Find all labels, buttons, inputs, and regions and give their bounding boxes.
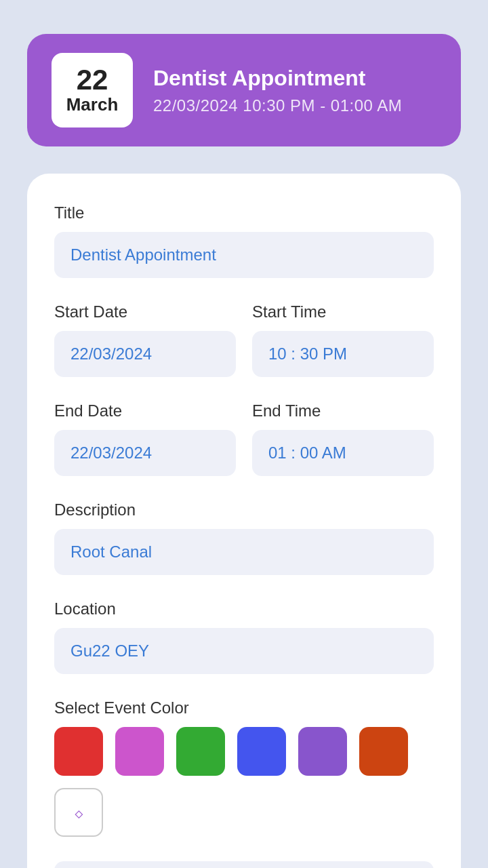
end-time-label: End Time: [252, 401, 434, 420]
date-box: 22 March: [52, 53, 133, 127]
color-swatch-green[interactable]: [176, 727, 225, 776]
start-time-label: Start Time: [252, 302, 434, 321]
end-time-input[interactable]: [252, 430, 434, 476]
header-card: 22 March Dentist Appointment 22/03/2024 …: [27, 34, 461, 146]
location-group: Location: [54, 599, 434, 674]
color-group: Select Event Color ⬦: [54, 698, 434, 837]
header-time: 22/03/2024 10:30 PM - 01:00 AM: [153, 96, 402, 115]
color-label: Select Event Color: [54, 698, 434, 717]
end-row: End Date End Time: [54, 401, 434, 476]
end-time-group: End Time: [252, 401, 434, 476]
location-input[interactable]: [54, 628, 434, 674]
color-swatch-orange-dark[interactable]: [359, 727, 408, 776]
start-time-group: Start Time: [252, 302, 434, 377]
end-date-group: End Date: [54, 401, 236, 476]
start-row: Start Date Start Time: [54, 302, 434, 377]
date-day: 22: [77, 66, 108, 94]
header-info: Dentist Appointment 22/03/2024 10:30 PM …: [153, 66, 402, 115]
start-date-label: Start Date: [54, 302, 236, 321]
color-swatch-blue[interactable]: [237, 727, 286, 776]
date-month: March: [66, 94, 119, 115]
alarm-row: Alarm Reminder: [54, 861, 434, 868]
start-date-group: Start Date: [54, 302, 236, 377]
description-group: Description: [54, 500, 434, 575]
description-label: Description: [54, 500, 434, 519]
color-grid: ⬦: [54, 727, 434, 837]
end-date-label: End Date: [54, 401, 236, 420]
form-card: Title Start Date Start Time End Date End…: [27, 174, 461, 868]
header-title: Dentist Appointment: [153, 66, 402, 91]
start-time-input[interactable]: [252, 331, 434, 377]
color-swatch-red[interactable]: [54, 727, 103, 776]
title-label: Title: [54, 203, 434, 222]
start-date-input[interactable]: [54, 331, 236, 377]
location-label: Location: [54, 599, 434, 618]
color-swatch-purple-light[interactable]: [115, 727, 164, 776]
description-input[interactable]: [54, 529, 434, 575]
title-group: Title: [54, 203, 434, 278]
color-eraser-button[interactable]: ⬦: [54, 788, 103, 837]
color-swatch-purple-dark[interactable]: [298, 727, 347, 776]
eraser-icon: ⬦: [73, 802, 85, 823]
title-input[interactable]: [54, 232, 434, 278]
end-date-input[interactable]: [54, 430, 236, 476]
